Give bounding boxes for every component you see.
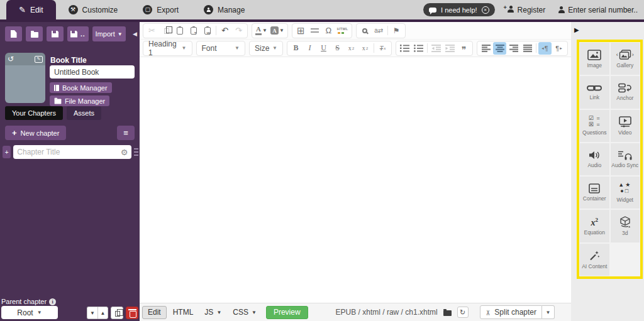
align-justify-button[interactable] xyxy=(521,42,534,55)
widget-questions[interactable]: ☑ =☒ = Questions xyxy=(580,110,609,142)
book-cover-thumbnail[interactable]: ↺ ✎ xyxy=(5,53,45,103)
cut-button[interactable]: ✂ xyxy=(145,24,158,37)
open-book-button[interactable] xyxy=(26,26,43,41)
mode-edit-button[interactable]: Edit xyxy=(142,306,167,319)
copy-button[interactable] xyxy=(159,24,172,37)
redo-button[interactable]: ↷ xyxy=(232,24,245,37)
align-right-button[interactable] xyxy=(507,42,520,55)
blockquote-button[interactable]: ❞ xyxy=(457,44,470,57)
insert-table-button[interactable]: ⊞ xyxy=(294,24,308,37)
paste-text-button[interactable]: T xyxy=(187,24,200,37)
widget-audio[interactable]: Audio xyxy=(580,143,609,175)
text-color-button[interactable]: A▼ xyxy=(254,24,269,37)
gear-icon[interactable]: ⚙ xyxy=(121,148,128,156)
paste-button[interactable] xyxy=(173,24,186,37)
tab-manage[interactable]: Manage xyxy=(191,0,257,19)
drag-handle[interactable] xyxy=(134,148,138,156)
file-manager-button[interactable]: File Manager xyxy=(50,95,109,106)
italic-button[interactable]: I xyxy=(303,42,316,55)
mode-html-button[interactable]: HTML xyxy=(168,306,199,319)
parent-chapter-dropdown[interactable]: Root ▼ xyxy=(1,306,58,319)
delete-chapter-button[interactable] xyxy=(126,307,138,319)
font-dropdown[interactable]: Font ▼ xyxy=(196,41,246,56)
close-icon[interactable]: × xyxy=(482,6,489,14)
chapter-menu-button[interactable]: ≡ xyxy=(117,126,135,140)
widget-3d[interactable]: 3d xyxy=(611,210,640,242)
move-up-button[interactable]: ▲ xyxy=(97,307,108,319)
thumbnail-overlay: ↺ ✎ xyxy=(5,53,45,65)
insert-html-button[interactable]: HTML xyxy=(336,24,350,37)
underline-button[interactable]: U xyxy=(317,42,330,55)
editor-content-canvas[interactable] xyxy=(140,58,571,303)
widget-ai-content[interactable]: AI Content xyxy=(580,244,609,276)
subscript-button[interactable]: x2 xyxy=(345,42,358,55)
background-color-button[interactable]: A▼ xyxy=(269,24,286,37)
tab-export[interactable]: ▢ Export xyxy=(130,0,191,19)
widget-video[interactable]: Video xyxy=(611,110,640,142)
book-manager-button[interactable]: Book Manager xyxy=(50,82,112,93)
tab-edit[interactable]: ✎ Edit xyxy=(6,0,56,19)
remove-format-button[interactable]: Tx xyxy=(376,42,389,55)
widget-label: Video xyxy=(618,129,632,136)
find-button[interactable] xyxy=(358,24,372,37)
bold-button[interactable]: B xyxy=(289,42,303,55)
widget-container[interactable]: Container xyxy=(580,177,609,209)
save-as-button[interactable]: .. xyxy=(67,26,89,41)
tab-customize[interactable]: ⚒ Customize xyxy=(56,0,131,19)
decrease-indent-button[interactable] xyxy=(430,42,443,55)
numbered-list-button[interactable] xyxy=(398,42,411,55)
bulleted-list-button[interactable] xyxy=(412,42,425,55)
new-book-button[interactable] xyxy=(5,26,22,41)
refresh-icon[interactable]: ↻ xyxy=(457,307,469,318)
tab-assets[interactable]: Assets xyxy=(67,106,101,120)
new-chapter-button[interactable]: + New chapter xyxy=(5,126,66,140)
expand-panel-arrow[interactable]: ▶ xyxy=(574,26,579,33)
text-direction-ltr-button[interactable]: ◂¶ xyxy=(538,42,552,55)
text-direction-rtl-button[interactable]: ¶▸ xyxy=(552,42,565,55)
mode-js-dropdown[interactable]: JS ▼ xyxy=(199,306,226,319)
horizontal-rule-button[interactable] xyxy=(308,24,321,37)
book-title-input[interactable] xyxy=(50,65,135,79)
reset-cover-icon[interactable]: ↺ xyxy=(8,55,14,63)
widget-label: Gallery xyxy=(616,62,633,68)
widget-equation[interactable]: x2 Equation xyxy=(580,210,609,242)
align-center-button[interactable] xyxy=(493,42,506,55)
widget-link[interactable]: Link xyxy=(580,76,609,108)
save-button[interactable] xyxy=(47,26,64,41)
serial-number-button[interactable]: Enter serial number.. xyxy=(558,6,638,14)
strikethrough-button[interactable]: S xyxy=(331,42,344,55)
increase-indent-button[interactable] xyxy=(443,42,457,55)
duplicate-chapter-button[interactable] xyxy=(111,307,123,319)
edit-cover-icon[interactable]: ✎ xyxy=(35,56,43,63)
collapse-sidebar-arrow[interactable]: ◀ xyxy=(133,31,137,37)
widget-audio-sync[interactable]: Audio Sync xyxy=(611,143,640,175)
split-chapter-dropdown[interactable]: ▼ xyxy=(542,305,555,319)
info-icon[interactable]: i xyxy=(49,298,56,305)
split-chapter-button[interactable]: ✂ Split chapter xyxy=(480,305,542,319)
move-down-button[interactable]: ▼ xyxy=(87,307,97,319)
widget-gallery[interactable]: ‹› Gallery xyxy=(611,43,640,75)
align-left-button[interactable] xyxy=(479,42,492,55)
size-dropdown[interactable]: Size ▼ xyxy=(249,41,283,56)
chapter-title-input[interactable] xyxy=(17,148,120,156)
tab-customize-label: Customize xyxy=(82,6,118,14)
superscript-button[interactable]: x2 xyxy=(358,42,372,55)
widget-widget[interactable]: ▲★●□ Widget xyxy=(611,177,640,209)
widget-label: AI Content xyxy=(582,263,607,269)
preview-button[interactable]: Preview xyxy=(266,306,308,319)
help-button[interactable]: I need help! × xyxy=(423,3,495,16)
replace-button[interactable]: a⇄ xyxy=(372,24,386,37)
tab-your-chapters[interactable]: Your Chapters xyxy=(5,106,63,120)
import-dropdown[interactable]: Import ▼ xyxy=(92,26,126,41)
paragraph-format-dropdown[interactable]: Heading 1 ▼ xyxy=(143,41,192,56)
mode-css-dropdown[interactable]: CSS ▼ xyxy=(228,306,262,319)
special-char-button[interactable]: Ω xyxy=(322,24,335,37)
widget-image[interactable]: Image xyxy=(580,43,609,75)
show-blocks-button[interactable]: ⚑ xyxy=(390,24,403,37)
widget-anchor[interactable]: Anchor xyxy=(611,76,640,108)
paste-word-button[interactable]: W xyxy=(201,24,214,37)
browse-files-icon[interactable] xyxy=(443,310,452,316)
register-button[interactable]: + Register xyxy=(508,6,546,14)
undo-button[interactable]: ↶ xyxy=(218,24,231,37)
add-subchapter-button[interactable]: + xyxy=(3,146,11,158)
